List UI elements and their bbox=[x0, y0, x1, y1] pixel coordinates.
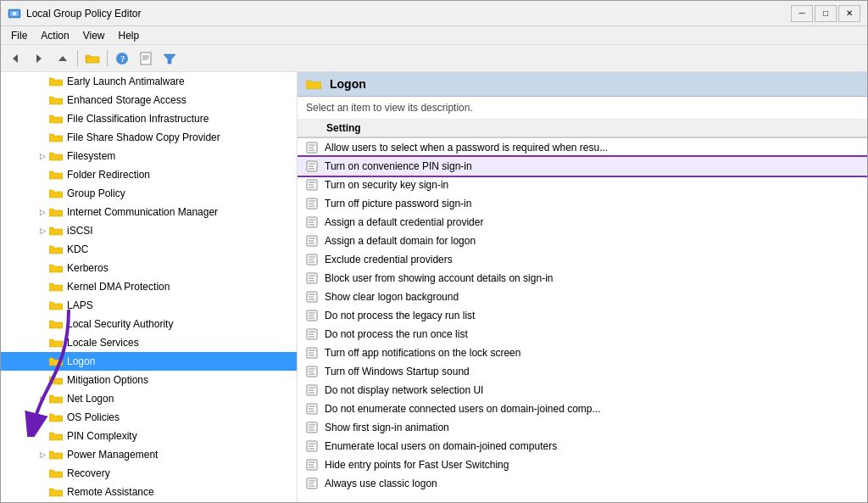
sidebar-item-folder-redirection[interactable]: Folder Redirection bbox=[1, 165, 297, 184]
sidebar-item-os-policies[interactable]: OS Policies bbox=[1, 408, 297, 427]
table-row[interactable]: Do not enumerate connected users on doma… bbox=[298, 400, 867, 418]
toolbar-separator-2 bbox=[107, 50, 108, 67]
setting-icon bbox=[304, 477, 320, 490]
table-row[interactable]: Turn on security key sign-in bbox=[298, 176, 867, 194]
sidebar-item-power-management[interactable]: ▷ Power Management bbox=[1, 445, 297, 464]
sidebar-item-kdc[interactable]: KDC bbox=[1, 240, 297, 259]
menu-file[interactable]: File bbox=[4, 28, 34, 43]
column-header-setting: Setting bbox=[304, 122, 361, 134]
table-row[interactable]: Assign a default credential provider bbox=[298, 213, 867, 232]
sidebar-label-kdc: KDC bbox=[67, 243, 88, 255]
setting-text: Turn on security key sign-in bbox=[325, 179, 448, 191]
sidebar-item-local-security[interactable]: Local Security Authority bbox=[1, 315, 297, 333]
sidebar-item-remote-assistance[interactable]: Remote Assistance bbox=[1, 483, 297, 501]
sidebar-item-group-policy[interactable]: Group Policy bbox=[1, 184, 297, 203]
main-content: Early Launch Antimalware Enhanced Storag… bbox=[1, 72, 867, 502]
table-row[interactable]: Enumerate local users on domain-joined c… bbox=[298, 437, 867, 455]
menu-view[interactable]: View bbox=[76, 28, 112, 43]
setting-text: Enumerate local users on domain-joined c… bbox=[325, 440, 557, 452]
sidebar-item-locale-services[interactable]: Locale Services bbox=[1, 333, 297, 352]
table-header: Setting bbox=[298, 120, 867, 138]
maximize-button[interactable]: □ bbox=[815, 5, 837, 22]
setting-icon bbox=[304, 141, 320, 154]
setting-icon bbox=[304, 402, 320, 416]
table-row[interactable]: Show clear logon background bbox=[298, 288, 867, 306]
table-row-highlighted[interactable]: Turn on convenience PIN sign-in bbox=[298, 157, 867, 176]
setting-text: Assign a default domain for logon bbox=[325, 235, 476, 247]
sidebar-item-file-classification[interactable]: File Classification Infrastructure bbox=[1, 109, 297, 128]
sidebar-item-iscsi[interactable]: ▷ iSCSI bbox=[1, 221, 297, 240]
sidebar-item-kernel-dma[interactable]: Kernel DMA Protection bbox=[1, 277, 297, 296]
menu-action[interactable]: Action bbox=[34, 28, 75, 43]
table-row[interactable]: Show first sign-in animation bbox=[298, 418, 867, 437]
setting-text: Always use classic logon bbox=[325, 478, 437, 489]
sidebar-item-internet-comm[interactable]: ▷ Internet Communication Manager bbox=[1, 203, 297, 221]
folder-icon bbox=[48, 393, 64, 405]
sidebar-item-net-logon[interactable]: ▷ Net Logon bbox=[1, 389, 297, 408]
sidebar-label-iscsi: iSCSI bbox=[67, 225, 93, 237]
table-row[interactable]: Turn off Windows Startup sound bbox=[298, 362, 867, 381]
table-row[interactable]: Hide entry points for Fast User Switchin… bbox=[298, 455, 867, 474]
sidebar-item-laps[interactable]: LAPS bbox=[1, 296, 297, 315]
sidebar-label-kernel-dma: Kernel DMA Protection bbox=[67, 281, 170, 293]
title-bar-controls: ─ □ ✕ bbox=[791, 5, 860, 22]
sidebar-item-kerberos[interactable]: Kerberos bbox=[1, 259, 297, 277]
setting-icon bbox=[304, 439, 320, 453]
setting-text: Show first sign-in animation bbox=[325, 422, 449, 433]
setting-icon bbox=[304, 383, 320, 397]
sidebar-item-filesystem[interactable]: ▷ Filesystem bbox=[1, 147, 297, 165]
table-row[interactable]: Do not process the legacy run list bbox=[298, 306, 867, 325]
setting-text: Show clear logon background bbox=[325, 291, 459, 303]
table-row[interactable]: Turn off app notifications on the lock s… bbox=[298, 344, 867, 362]
back-button[interactable] bbox=[4, 48, 26, 69]
table-row[interactable]: Do not process the run once list bbox=[298, 325, 867, 344]
show-hide-button[interactable] bbox=[81, 48, 103, 69]
forward-button[interactable] bbox=[28, 48, 50, 69]
table-row[interactable]: Turn off picture password sign-in bbox=[298, 194, 867, 213]
sidebar-item-logon[interactable]: Logon bbox=[1, 352, 297, 371]
setting-icon bbox=[304, 365, 320, 378]
table-row[interactable]: Allow users to select when a password is… bbox=[298, 138, 867, 157]
folder-icon bbox=[48, 262, 64, 274]
table-row[interactable]: Block user from showing account details … bbox=[298, 269, 867, 288]
right-header-title: Logon bbox=[330, 77, 366, 91]
menu-help[interactable]: Help bbox=[112, 28, 147, 43]
table-row[interactable]: Always use classic logon bbox=[298, 474, 867, 493]
minimize-button[interactable]: ─ bbox=[791, 5, 813, 22]
sidebar-item-pin-complexity[interactable]: PIN Complexity bbox=[1, 427, 297, 445]
sidebar-label-os-policies: OS Policies bbox=[67, 411, 120, 423]
folder-icon bbox=[48, 150, 64, 162]
sidebar-item-file-share[interactable]: File Share Shadow Copy Provider bbox=[1, 128, 297, 147]
setting-icon bbox=[304, 197, 320, 210]
folder-icon bbox=[48, 113, 64, 125]
sidebar-item-early-launch[interactable]: Early Launch Antimalware bbox=[1, 72, 297, 91]
folder-icon bbox=[48, 225, 64, 237]
expand-icon-iscsi: ▷ bbox=[36, 226, 48, 235]
folder-icon bbox=[48, 206, 64, 218]
folder-icon bbox=[48, 467, 64, 479]
settings-table[interactable]: Setting Allow users to select when a pas… bbox=[298, 120, 867, 502]
sidebar-item-enhanced-storage[interactable]: Enhanced Storage Access bbox=[1, 91, 297, 109]
folder-open-icon bbox=[85, 53, 100, 64]
help-button[interactable]: ? bbox=[111, 48, 133, 69]
sidebar-item-mitigation-options[interactable]: Mitigation Options bbox=[1, 371, 297, 389]
setting-icon bbox=[304, 271, 320, 285]
document-button[interactable] bbox=[135, 48, 157, 69]
sidebar-label-power-management: Power Management bbox=[67, 449, 158, 461]
table-row[interactable]: Exclude credential providers bbox=[298, 250, 867, 269]
table-row[interactable]: Do not display network selection UI bbox=[298, 381, 867, 400]
setting-icon bbox=[304, 215, 320, 229]
sidebar-label-pin-complexity: PIN Complexity bbox=[67, 430, 137, 442]
filter-button[interactable] bbox=[159, 48, 181, 69]
document-icon bbox=[140, 52, 152, 65]
table-row[interactable]: Assign a default domain for logon bbox=[298, 232, 867, 250]
folder-icon-logon bbox=[48, 355, 64, 367]
svg-rect-8 bbox=[141, 53, 151, 64]
help-icon: ? bbox=[115, 52, 129, 65]
setting-text: Assign a default credential provider bbox=[325, 216, 483, 228]
sidebar-item-recovery[interactable]: Recovery bbox=[1, 464, 297, 483]
sidebar-panel[interactable]: Early Launch Antimalware Enhanced Storag… bbox=[1, 72, 298, 502]
up-button[interactable] bbox=[52, 48, 74, 69]
close-button[interactable]: ✕ bbox=[838, 5, 860, 22]
sidebar-label-mitigation-options: Mitigation Options bbox=[67, 374, 148, 386]
